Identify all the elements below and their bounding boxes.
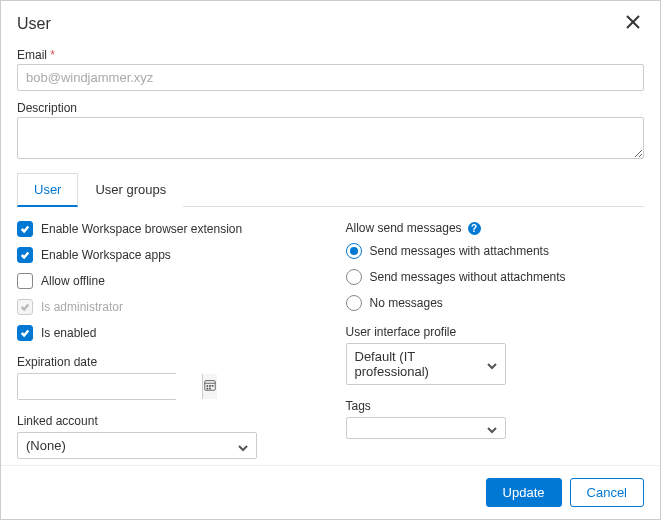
- expiration-label: Expiration date: [17, 355, 316, 369]
- allow-send-messages-label: Allow send messages ?: [346, 221, 645, 235]
- ui-profile-value: Default (IT professional): [355, 349, 487, 379]
- linked-account-select[interactable]: (None): [17, 432, 257, 459]
- radio-label: Send messages without attachments: [370, 270, 566, 284]
- close-icon: [626, 15, 640, 32]
- modal-body: Email Description User User groups Enabl…: [1, 42, 660, 465]
- close-button[interactable]: [622, 11, 644, 36]
- description-label: Description: [17, 101, 644, 115]
- tags-select[interactable]: [346, 417, 506, 439]
- calendar-icon: [203, 378, 217, 395]
- checkbox-label: Allow offline: [41, 274, 105, 288]
- checkbox-icon: [17, 299, 33, 315]
- user-modal: User Email Description User User groups: [0, 0, 661, 520]
- checkbox-icon: [17, 325, 33, 341]
- expiration-input[interactable]: [18, 374, 202, 399]
- radio-without-attachments[interactable]: Send messages without attachments: [346, 269, 645, 285]
- email-label: Email: [17, 48, 644, 62]
- svg-rect-5: [209, 385, 211, 387]
- update-button[interactable]: Update: [486, 478, 562, 507]
- linked-account-label: Linked account: [17, 414, 316, 428]
- radio-no-messages[interactable]: No messages: [346, 295, 645, 311]
- checkbox-is-enabled[interactable]: Is enabled: [17, 325, 316, 341]
- description-field-group: Description: [17, 101, 644, 162]
- checkbox-label: Is administrator: [41, 300, 123, 314]
- ui-profile-field: User interface profile Default (IT profe…: [346, 325, 645, 385]
- checkbox-enable-workspace-apps[interactable]: Enable Workspace apps: [17, 247, 316, 263]
- checkbox-label: Enable Workspace browser extension: [41, 222, 242, 236]
- help-icon[interactable]: ?: [468, 222, 481, 235]
- email-input: [17, 64, 644, 91]
- checkbox-is-administrator: Is administrator: [17, 299, 316, 315]
- checkbox-icon: [17, 273, 33, 289]
- tab-user-groups[interactable]: User groups: [78, 173, 183, 207]
- chevron-down-icon: [487, 423, 497, 433]
- chevron-down-icon: [238, 441, 248, 451]
- expiration-field: Expiration date: [17, 355, 316, 400]
- checkbox-icon: [17, 247, 33, 263]
- svg-rect-8: [209, 388, 211, 390]
- date-picker-button[interactable]: [202, 374, 217, 399]
- checkbox-allow-offline[interactable]: Allow offline: [17, 273, 316, 289]
- radio-label: Send messages with attachments: [370, 244, 549, 258]
- cancel-button[interactable]: Cancel: [570, 478, 644, 507]
- modal-header: User: [1, 1, 660, 42]
- radio-with-attachments[interactable]: Send messages with attachments: [346, 243, 645, 259]
- modal-title: User: [17, 15, 51, 33]
- tab-user[interactable]: User: [17, 173, 78, 207]
- checkbox-label: Enable Workspace apps: [41, 248, 171, 262]
- svg-rect-4: [207, 385, 209, 387]
- radio-icon: [346, 269, 362, 285]
- checkbox-icon: [17, 221, 33, 237]
- tags-field: Tags: [346, 399, 645, 439]
- description-textarea[interactable]: [17, 117, 644, 159]
- checkbox-label: Is enabled: [41, 326, 96, 340]
- svg-rect-6: [212, 385, 214, 387]
- allow-send-messages-text: Allow send messages: [346, 221, 462, 235]
- email-field-group: Email: [17, 48, 644, 91]
- linked-account-field: Linked account (None): [17, 414, 316, 459]
- left-column: Enable Workspace browser extension Enabl…: [17, 221, 316, 459]
- expiration-input-wrap: [17, 373, 177, 400]
- modal-footer: Update Cancel: [1, 465, 660, 519]
- linked-account-value: (None): [26, 438, 66, 453]
- radio-icon: [346, 295, 362, 311]
- tab-content-columns: Enable Workspace browser extension Enabl…: [17, 221, 644, 459]
- ui-profile-select[interactable]: Default (IT professional): [346, 343, 506, 385]
- radio-label: No messages: [370, 296, 443, 310]
- right-column: Allow send messages ? Send messages with…: [346, 221, 645, 459]
- tabs: User User groups: [17, 172, 644, 207]
- checkbox-enable-browser-extension[interactable]: Enable Workspace browser extension: [17, 221, 316, 237]
- ui-profile-label: User interface profile: [346, 325, 645, 339]
- chevron-down-icon: [487, 359, 497, 369]
- radio-icon: [346, 243, 362, 259]
- svg-rect-7: [207, 388, 209, 390]
- tags-label: Tags: [346, 399, 645, 413]
